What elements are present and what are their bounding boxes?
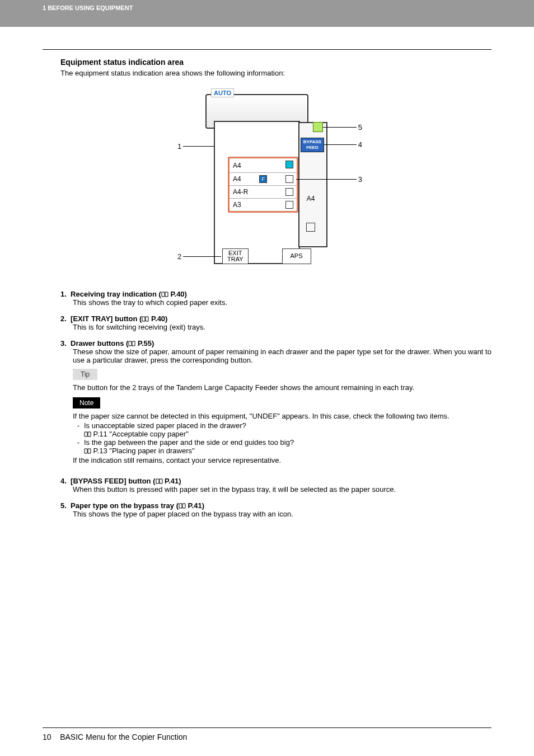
book-icon (84, 447, 91, 455)
item-3: 3. Drawer buttons ( P.55) These show the… (60, 339, 491, 464)
status-diagram: AUTO BYPASSFEED A4 A4F A4-R A3 A4 EXITTR… (172, 88, 362, 273)
drawer-buttons[interactable]: A4 A4F A4-R A3 (228, 157, 298, 213)
tip-label: Tip (73, 369, 97, 380)
item-2: 2. [EXIT TRAY] button ( P.40) This is fo… (60, 314, 491, 331)
book-icon (179, 501, 186, 510)
exit-tray-button[interactable]: EXITTRAY (222, 248, 249, 264)
aps-button[interactable]: APS (282, 248, 311, 264)
auto-label: AUTO (211, 88, 234, 97)
item-4: 4. [BYPASS FEED] button ( P.41) When thi… (60, 477, 491, 494)
page-header: 1 BEFORE USING EQUIPMENT (0, 0, 534, 27)
book-icon (161, 290, 168, 298)
note-label: Note (73, 397, 100, 408)
callout-1: 1 (177, 142, 181, 151)
top-rule (43, 49, 491, 50)
item-1: 1. Receiving tray indication ( P.40) Thi… (60, 290, 491, 307)
callout-3: 3 (358, 175, 362, 184)
note-outro: If the indication still remains, contact… (73, 456, 491, 464)
callout-2: 2 (177, 252, 181, 261)
tip-text: The button for the 2 trays of the Tandem… (73, 383, 491, 392)
book-icon (84, 430, 91, 438)
callout-5: 5 (358, 123, 362, 132)
section-title: Equipment status indication area (43, 58, 491, 67)
item-5: 5. Paper type on the bypass tray ( P.41)… (60, 501, 491, 518)
page-number: 10 (43, 732, 51, 741)
side-tray-size: A4 (302, 195, 320, 203)
note-intro: If the paper size cannot be detected in … (73, 412, 491, 420)
page-footer: 10 BASIC Menu for the Copier Function (0, 727, 534, 756)
book-icon (142, 314, 149, 323)
chapter-label: 1 BEFORE USING EQUIPMENT (43, 4, 133, 11)
book-icon (128, 339, 135, 348)
bypass-feed-button[interactable]: BYPASSFEED (301, 138, 324, 152)
book-icon (156, 477, 163, 485)
callout-4: 4 (358, 140, 362, 149)
section-intro: The equipment status indication area sho… (43, 69, 491, 77)
paper-type-icon (313, 122, 323, 132)
footer-title: BASIC Menu for the Copier Function (60, 732, 187, 741)
